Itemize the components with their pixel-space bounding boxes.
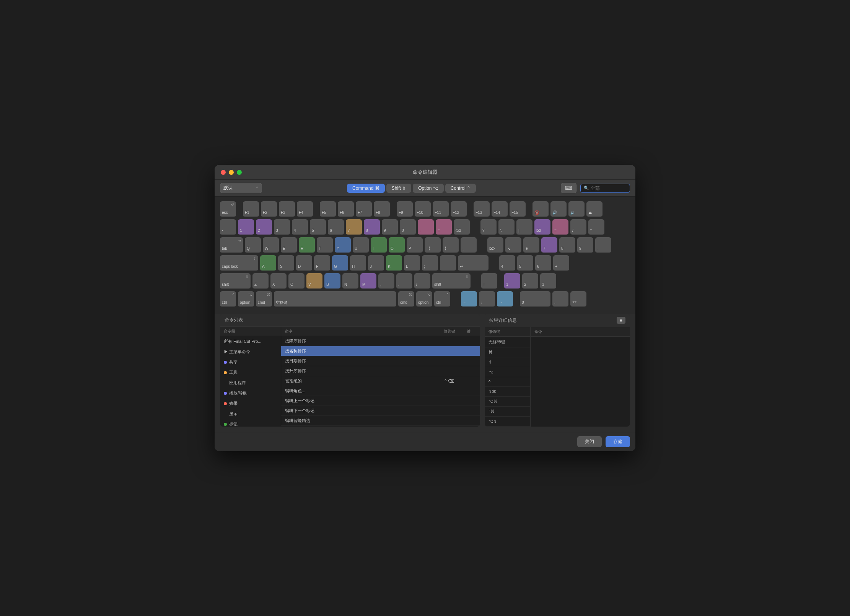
cmd-row-1[interactable]: 按名称排序 bbox=[281, 346, 480, 356]
keyboard-icon-button[interactable]: ⌨ bbox=[561, 183, 576, 193]
save-button[interactable]: 存储 bbox=[606, 436, 630, 447]
key-num0[interactable]: 0 bbox=[520, 291, 550, 307]
key-vol-up[interactable]: 🔊 bbox=[550, 201, 567, 217]
key-f[interactable]: F bbox=[314, 255, 330, 271]
key-7[interactable]: 7 bbox=[346, 219, 362, 235]
key-f10[interactable]: F10 bbox=[415, 201, 431, 217]
group-tools[interactable]: 工具 bbox=[220, 367, 281, 378]
key-8[interactable]: 8 bbox=[364, 219, 380, 235]
key-c[interactable]: C bbox=[288, 273, 305, 289]
modifier-control[interactable]: Control ⌃ bbox=[445, 184, 476, 193]
cmd-row-6[interactable]: 编辑上一个标记 bbox=[281, 396, 480, 406]
cmd-row-3[interactable]: 按升序排序 bbox=[281, 366, 480, 376]
cmd-row-2[interactable]: 按日期排序 bbox=[281, 356, 480, 366]
close-button[interactable]: 关闭 bbox=[577, 436, 602, 447]
key-x[interactable]: X bbox=[270, 273, 287, 289]
key-s[interactable]: S bbox=[278, 255, 294, 271]
key-l[interactable]: L bbox=[404, 255, 420, 271]
key-v[interactable]: V bbox=[306, 273, 322, 289]
key-p[interactable]: P bbox=[407, 237, 423, 253]
key-mute[interactable]: 🔇 bbox=[532, 201, 549, 217]
key-f15[interactable]: F15 bbox=[510, 201, 526, 217]
key-capslock[interactable]: ⇪ caps lock bbox=[220, 255, 258, 271]
key-backslash[interactable]: 、 bbox=[461, 237, 477, 253]
key-num4[interactable]: 4 bbox=[499, 255, 515, 271]
cmd-row-7[interactable]: 编辑下一个标记 bbox=[281, 406, 480, 416]
key-g[interactable]: G bbox=[332, 255, 348, 271]
key-roption[interactable]: ⌥ option bbox=[416, 291, 432, 307]
key-lctrl[interactable]: ^ ctrl bbox=[220, 291, 236, 307]
minimize-button[interactable] bbox=[229, 170, 234, 175]
key-num2[interactable]: 2 bbox=[522, 273, 538, 289]
key-f11[interactable]: F11 bbox=[433, 201, 449, 217]
key-space[interactable]: 空格键 bbox=[274, 291, 396, 307]
key-vol-down[interactable]: 🔉 bbox=[568, 201, 585, 217]
key-w[interactable]: W bbox=[263, 237, 279, 253]
close-button[interactable] bbox=[221, 170, 226, 175]
key-num3[interactable]: 3 bbox=[540, 273, 556, 289]
key-f5[interactable]: F5 bbox=[320, 201, 336, 217]
key-f7[interactable]: F7 bbox=[356, 201, 372, 217]
key-num6[interactable]: 6 bbox=[535, 255, 551, 271]
key-slash[interactable]: / bbox=[414, 273, 430, 289]
key-backspace[interactable]: ⌫ bbox=[454, 219, 470, 235]
key-numpad-eq[interactable]: = bbox=[552, 219, 568, 235]
key-return[interactable]: ↩ bbox=[458, 255, 489, 271]
key-r[interactable]: R bbox=[299, 237, 315, 253]
group-app[interactable]: 应用程序 bbox=[220, 378, 281, 388]
key-f1[interactable]: F1 bbox=[243, 201, 259, 217]
key-rshift[interactable]: ⇧ shift bbox=[432, 273, 471, 289]
key-semicolon[interactable]: ; bbox=[422, 255, 438, 271]
group-display[interactable]: 显示 bbox=[220, 409, 281, 419]
key-num8[interactable]: 8 bbox=[559, 237, 575, 253]
key-numpad-clear[interactable]: ⌧ bbox=[534, 219, 550, 235]
key-arrow-up[interactable]: ↑ bbox=[481, 273, 497, 289]
key-f6[interactable]: F6 bbox=[338, 201, 354, 217]
key-numpad-question[interactable]: ? bbox=[480, 219, 497, 235]
key-arrow-down[interactable]: ↓ bbox=[479, 291, 495, 307]
group-markers[interactable]: 标记 bbox=[220, 419, 281, 426]
key-b[interactable]: B bbox=[324, 273, 340, 289]
key-arrow-left[interactable]: ← bbox=[461, 291, 477, 307]
key-6[interactable]: 6 bbox=[328, 219, 344, 235]
key-f9[interactable]: F9 bbox=[397, 201, 413, 217]
key-f3[interactable]: F3 bbox=[279, 201, 295, 217]
key-quote[interactable] bbox=[440, 255, 456, 271]
key-4[interactable]: 4 bbox=[292, 219, 308, 235]
cmd-row-0[interactable]: 按降序排序 bbox=[281, 336, 480, 346]
key-num-plus[interactable]: + bbox=[553, 255, 569, 271]
key-pgdn[interactable]: ⇟ bbox=[523, 237, 539, 253]
key-lcmd[interactable]: ⌘ cmd bbox=[256, 291, 272, 307]
key-num5[interactable]: 5 bbox=[517, 255, 533, 271]
key-equals[interactable]: = bbox=[436, 219, 452, 235]
key-arrow-right[interactable]: → bbox=[497, 291, 513, 307]
group-effects[interactable]: 效果 bbox=[220, 398, 281, 409]
key-1[interactable]: 1 bbox=[238, 219, 254, 235]
key-numpad-mul[interactable]: * bbox=[588, 219, 604, 235]
key-detail-icon-btn[interactable]: ■ bbox=[617, 317, 625, 324]
modifier-command[interactable]: Command ⌘ bbox=[347, 184, 385, 193]
key-tab[interactable]: ⇥ tab bbox=[220, 237, 243, 253]
key-num1[interactable]: 1 bbox=[504, 273, 520, 289]
key-num-dot[interactable]: . bbox=[552, 291, 568, 307]
preset-dropdown[interactable]: 默认 ⌃ bbox=[220, 183, 262, 193]
key-f13[interactable]: F13 bbox=[474, 201, 490, 217]
key-num9[interactable]: 9 bbox=[577, 237, 593, 253]
key-num7[interactable]: 7 bbox=[541, 237, 557, 253]
key-t[interactable]: T bbox=[317, 237, 333, 253]
modifier-shift[interactable]: Shift ⇧ bbox=[386, 184, 411, 193]
key-f4[interactable]: F4 bbox=[297, 201, 313, 217]
key-n[interactable]: N bbox=[342, 273, 358, 289]
key-0[interactable]: 0 bbox=[400, 219, 416, 235]
key-q[interactable]: Q bbox=[245, 237, 261, 253]
cmd-row-8[interactable]: 编辑智能精选 bbox=[281, 416, 480, 426]
key-f8[interactable]: F8 bbox=[374, 201, 390, 217]
key-3[interactable]: 3 bbox=[274, 219, 290, 235]
key-z[interactable]: Z bbox=[252, 273, 269, 289]
key-m[interactable]: M bbox=[360, 273, 376, 289]
key-numpad-bs1[interactable]: \ bbox=[498, 219, 515, 235]
key-f2[interactable]: F2 bbox=[261, 201, 277, 217]
cmd-row-4[interactable]: 被拒绝的 ^ ⌫ bbox=[281, 376, 480, 386]
key-a[interactable]: A bbox=[260, 255, 276, 271]
search-input[interactable] bbox=[591, 186, 625, 191]
